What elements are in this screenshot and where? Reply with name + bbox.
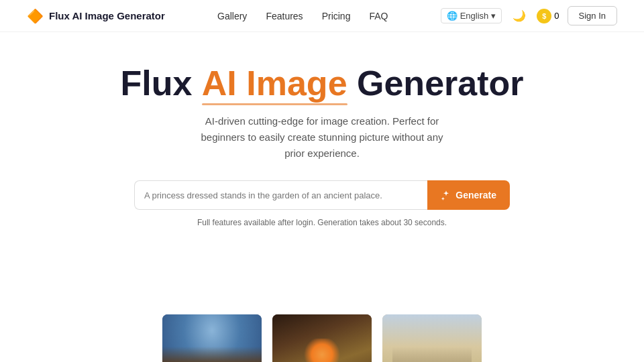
logo-text: Flux AI Image Generator (49, 10, 165, 21)
wand-icon (441, 190, 451, 200)
list-item[interactable] (272, 314, 372, 362)
hero-subtitle: AI-driven cutting-edge for image creatio… (195, 113, 449, 162)
nav-link-features[interactable]: Features (266, 11, 303, 21)
nav-item-faq[interactable]: FAQ (369, 10, 388, 22)
form-note: Full features available after login. Gen… (27, 218, 617, 227)
hero-title-part1: Flux (120, 64, 201, 103)
nav-link-pricing[interactable]: Pricing (322, 11, 351, 21)
language-flag-icon: 🌐 (447, 11, 458, 21)
nav-item-features[interactable]: Features (266, 10, 303, 22)
credits-count: 0 (554, 11, 559, 21)
logo-icon: 🔶 (27, 8, 44, 24)
credits-badge: $ 0 (537, 9, 559, 23)
nav-right: 🌐 English ▾ 🌙 $ 0 Sign In (441, 6, 617, 25)
language-label: English (460, 11, 489, 21)
list-item[interactable] (162, 314, 262, 362)
sign-in-button[interactable]: Sign In (568, 6, 617, 25)
prompt-input[interactable] (134, 180, 427, 210)
hero-section: Flux AI Image Generator AI-driven cuttin… (0, 32, 644, 241)
nav-links: Gallery Features Pricing FAQ (217, 10, 388, 22)
coin-icon: $ (537, 9, 551, 23)
chevron-down-icon: ▾ (491, 11, 496, 21)
hero-title-highlight: AI Image (202, 64, 347, 103)
generate-button[interactable]: Generate (427, 180, 510, 210)
nav-link-faq[interactable]: FAQ (369, 11, 388, 21)
dark-mode-button[interactable]: 🌙 (510, 7, 529, 25)
list-item[interactable] (382, 314, 482, 362)
hero-title: Flux AI Image Generator (27, 64, 617, 103)
language-selector[interactable]: 🌐 English ▾ (441, 8, 502, 23)
generator-form: Generate (134, 180, 510, 210)
moon-icon: 🌙 (513, 9, 526, 22)
nav-item-gallery[interactable]: Gallery (217, 10, 247, 22)
spacer (0, 241, 644, 281)
generate-label: Generate (455, 190, 496, 200)
nav-link-gallery[interactable]: Gallery (217, 11, 247, 21)
navbar: 🔶 Flux AI Image Generator Gallery Featur… (0, 0, 644, 32)
gallery-image-2 (272, 314, 372, 362)
logo[interactable]: 🔶 Flux AI Image Generator (27, 8, 165, 24)
gallery-image-3 (382, 314, 482, 362)
nav-item-pricing[interactable]: Pricing (322, 10, 351, 22)
gallery-section (0, 314, 644, 362)
gallery-image-1 (162, 314, 262, 362)
hero-title-part2: Generator (347, 64, 524, 103)
